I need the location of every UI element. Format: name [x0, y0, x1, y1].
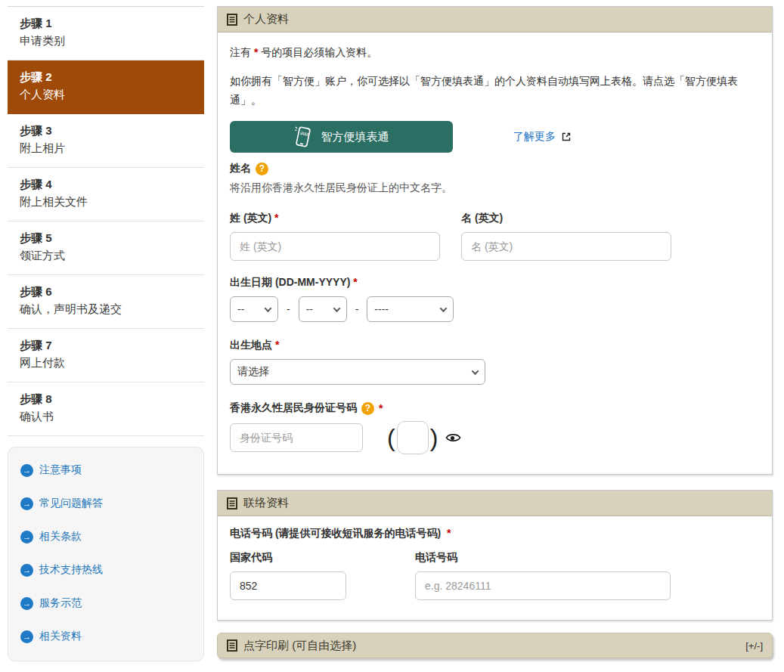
iamsmart-fill-form-button[interactable]: iAM 智方便填表通 — [230, 121, 453, 153]
birthplace-label: 出生地点 * — [230, 339, 760, 352]
step-number: 步骤 4 — [20, 178, 192, 192]
givenname-label: 名 (英文) — [461, 212, 671, 225]
chevron-down-icon — [472, 367, 479, 375]
step-item-5[interactable]: 步骤 5 领证方式 — [8, 221, 204, 275]
surname-input[interactable] — [230, 232, 440, 261]
hkid-paren-close: ) — [430, 424, 438, 452]
birthplace-select[interactable]: 请选择 — [230, 359, 485, 385]
link-support-hotline[interactable]: → 技术支持热线 — [8, 553, 203, 587]
step-item-2-active[interactable]: 步骤 2 个人资料 — [8, 60, 204, 114]
step-label: 附上相关文件 — [20, 195, 192, 209]
iamsmart-phone-icon: iAM — [294, 125, 312, 148]
step-number: 步骤 5 — [20, 231, 192, 246]
name-note: 将沿用你香港永久性居民身份证上的中文名字。 — [230, 181, 760, 195]
dob-month-select[interactable]: -- — [299, 296, 347, 322]
section-title: 个人资料 — [243, 12, 289, 26]
learn-more-label: 了解更多 — [513, 130, 556, 144]
hkid-help-icon[interactable]: ? — [361, 402, 374, 415]
step-item-4[interactable]: 步骤 4 附上相关文件 — [8, 168, 204, 221]
iamsmart-row: iAM 智方便填表通 了解更多 — [230, 121, 760, 153]
surname-label: 姓 (英文) * — [230, 212, 440, 225]
arrow-right-icon: → — [20, 531, 33, 543]
asterisk: * — [274, 212, 278, 224]
step-item-7[interactable]: 步骤 7 网上付款 — [8, 329, 204, 382]
dob-label: 出生日期 (DD-MM-YYYY) * — [230, 276, 760, 290]
name-fields-row: 姓 (英文) * 名 (英文) — [230, 212, 760, 261]
arrow-right-icon: → — [20, 497, 33, 510]
step-item-6[interactable]: 步骤 6 确认，声明书及递交 — [8, 275, 204, 329]
asterisk: * — [379, 402, 383, 414]
phone-number-group: 电话号码 — [415, 551, 671, 600]
braille-title-group: 点字印刷 (可自由选择) — [227, 639, 356, 653]
step-item-8[interactable]: 步骤 8 确认书 — [8, 382, 204, 436]
step-number: 步骤 8 — [20, 392, 192, 407]
section-title: 点字印刷 (可自由选择) — [243, 639, 356, 653]
dob-year-value: ---- — [374, 303, 389, 315]
chevron-down-icon — [440, 305, 448, 312]
chevron-down-icon — [333, 305, 340, 312]
link-terms[interactable]: → 相关条款 — [8, 520, 203, 553]
step-number: 步骤 1 — [20, 17, 192, 31]
dob-separator: - — [355, 303, 359, 315]
step-label: 网上付款 — [20, 356, 192, 370]
step-item-3[interactable]: 步骤 3 附上相片 — [8, 114, 204, 168]
form-section-icon — [227, 497, 237, 509]
birthplace-field-group: 出生地点 * 请选择 — [230, 339, 760, 385]
required-note: 注有 * 号的项目必须输入资料。 — [230, 46, 760, 60]
step-number: 步骤 7 — [20, 339, 192, 353]
name-label: 姓名 — [230, 162, 251, 175]
hkid-visibility-toggle[interactable] — [445, 432, 461, 444]
link-label: 相关条款 — [39, 530, 82, 543]
hkid-paren-open: ( — [387, 424, 395, 452]
contact-info-header: 联络资料 — [218, 491, 772, 516]
dob-day-value: -- — [237, 303, 244, 315]
dob-year-select[interactable]: ---- — [367, 296, 454, 322]
step-label: 确认，声明书及递交 — [20, 302, 192, 317]
braille-expand-toggle[interactable]: [+/-] — [745, 640, 763, 652]
chevron-down-icon — [265, 305, 272, 312]
link-demo[interactable]: → 服务示范 — [8, 587, 203, 620]
section-title: 联络资料 — [243, 496, 289, 510]
link-faq[interactable]: → 常见问题解答 — [8, 487, 203, 520]
country-code-input[interactable] — [230, 571, 346, 600]
givenname-field-group: 名 (英文) — [461, 212, 671, 261]
dob-field-group: 出生日期 (DD-MM-YYYY) * -- - -- - ---- — [230, 276, 760, 322]
step-item-1[interactable]: 步骤 1 申请类别 — [8, 7, 204, 60]
arrow-right-icon: → — [20, 464, 33, 477]
form-section-icon — [227, 14, 237, 26]
step-number: 步骤 6 — [20, 285, 192, 299]
asterisk: * — [275, 339, 279, 351]
phone-number-input[interactable] — [415, 571, 671, 600]
dob-day-select[interactable]: -- — [230, 296, 278, 322]
link-related-info[interactable]: → 相关资料 — [8, 620, 203, 653]
link-notes[interactable]: → 注意事项 — [8, 454, 203, 487]
link-label: 技术支持热线 — [39, 563, 103, 577]
surname-field-group: 姓 (英文) * — [230, 212, 440, 261]
svg-text:iAM: iAM — [299, 130, 308, 137]
step-label: 个人资料 — [20, 88, 192, 102]
country-code-label: 国家代码 — [230, 551, 415, 565]
hkid-check-digit-input[interactable] — [397, 421, 429, 454]
info-links-card: → 注意事项 → 常见问题解答 → 相关条款 → 技术支持热线 → 服务示范 →… — [8, 447, 204, 661]
givenname-input[interactable] — [461, 232, 671, 261]
dob-selects-row: -- - -- - ---- — [230, 296, 760, 322]
hkid-label: 香港永久性居民身份证号码 — [230, 401, 357, 415]
country-code-group: 国家代码 — [230, 551, 415, 600]
link-label: 服务示范 — [39, 596, 82, 610]
phone-fields-row: 国家代码 电话号码 — [230, 551, 760, 600]
name-label-row: 姓名 ? — [230, 162, 760, 175]
contact-info-panel: 联络资料 电话号码 (请提供可接收短讯服务的电话号码) * 国家代码 电话号码 — [217, 490, 773, 621]
name-help-icon[interactable]: ? — [256, 163, 268, 175]
main-content: 个人资料 注有 * 号的项目必须输入资料。 如你拥有「智方便」账户，你可选择以「… — [217, 6, 773, 672]
learn-more-link[interactable]: 了解更多 — [513, 130, 572, 144]
arrow-right-icon: → — [20, 564, 33, 577]
arrow-right-icon: → — [20, 597, 33, 610]
hkid-number-input[interactable] — [230, 423, 363, 452]
phone-number-label: 电话号码 — [415, 551, 671, 565]
birthplace-value: 请选择 — [237, 365, 269, 379]
braille-section-header[interactable]: 点字印刷 (可自由选择) [+/-] — [217, 633, 773, 658]
hkid-label-row: 香港永久性居民身份证号码 ? * — [230, 401, 760, 415]
steps-sidebar: 步骤 1 申请类别 步骤 2 个人资料 步骤 3 附上相片 步骤 4 附上相关文… — [8, 6, 204, 661]
phone-section-label: 电话号码 (请提供可接收短讯服务的电话号码) * — [230, 527, 760, 540]
step-label: 申请类别 — [20, 34, 192, 48]
